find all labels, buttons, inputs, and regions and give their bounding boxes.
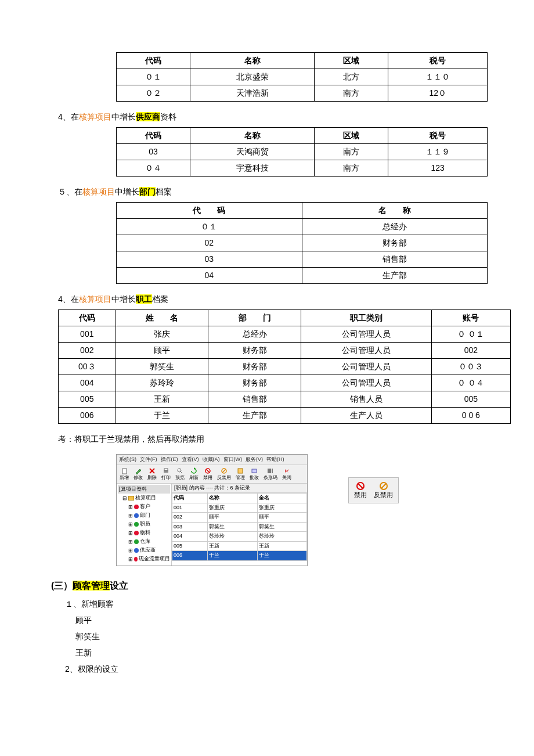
supplier-table: 代码名称区域税号 03天鸿商贸南方１１９０４宇意科技南方123 [116, 127, 488, 177]
table-row: 03天鸿商贸南方１１９ [117, 144, 488, 160]
tree-item[interactable]: ⊞ 仓库 [118, 537, 170, 546]
menu-item[interactable]: 帮助(H) [266, 456, 284, 463]
table-header: 名 称 [302, 203, 488, 219]
forbid-icon [204, 467, 211, 474]
table-header: 姓 名 [116, 310, 208, 326]
tree-item[interactable]: ⊞ 部门 [118, 511, 170, 520]
app-screenshot: 系统(S)文件(F)操作(E)查看(V)收藏(A)窗口(W)服务(V)帮助(H)… [116, 454, 308, 566]
unforbid-button[interactable]: 反禁用 [215, 467, 233, 481]
manage-button[interactable]: 管理 [234, 467, 247, 481]
toolbar-label: 打印 [161, 474, 171, 481]
table-row: 005王新销售部销售人员005 [59, 391, 511, 408]
edit-button[interactable]: 修改 [132, 467, 145, 481]
svg-line-18 [358, 484, 363, 488]
grid-cell: 004 [172, 532, 208, 542]
unforbid-icon [221, 467, 228, 474]
batch-button[interactable]: 批改 [248, 467, 261, 481]
customer-table: 代码名称区域税号 ０１北京盛荣北方１１００２天津浩新南方12０ [116, 52, 488, 102]
table-cell: 销售人员 [301, 391, 432, 408]
tree-item[interactable]: ⊞ 职员 [118, 520, 170, 528]
table-cell: 南方 [315, 160, 388, 177]
table-cell: 005 [59, 391, 116, 408]
menu-item[interactable]: 服务(V) [246, 456, 263, 463]
section-supplier-title: 4、在核算项目中增长供应商资料 [58, 112, 476, 123]
employee-grid: 代码名称全名 001张重庆张重庆002顾平顾平003郭笑生郭笑生004苏玲玲苏玲… [172, 493, 307, 561]
menu-item[interactable]: 收藏(A) [203, 456, 220, 463]
grid-cell: 005 [172, 541, 208, 551]
table-header: 代码 [117, 53, 190, 69]
grid-row[interactable]: 001张重庆张重庆 [172, 503, 307, 513]
barcode-button[interactable]: 条形码 [262, 467, 279, 481]
table-header: 账号 [431, 310, 510, 326]
forbid-button[interactable]: 禁用 [201, 467, 214, 481]
tree-item[interactable]: ⊞ 客户 [118, 502, 170, 511]
employee-table: 代码姓 名部 门职工类别账号 001张庆总经办公司管理人员０ ０１002顾平财务… [58, 309, 511, 424]
print-icon [163, 467, 169, 474]
item-permission: 2、权限的设立 [65, 664, 476, 675]
del-icon [149, 467, 156, 474]
grid-row[interactable]: 002顾平顾平 [172, 513, 307, 523]
toolbar-label: 删除 [147, 474, 157, 481]
unforbid-button[interactable]: 反禁用 [371, 480, 396, 501]
table-cell: 123 [388, 160, 488, 177]
close-button[interactable]: 关闭 [280, 467, 293, 481]
menu-item[interactable]: 窗口(W) [223, 456, 243, 463]
grid-row[interactable]: 004苏玲玲苏玲玲 [172, 532, 307, 542]
grid-cell: 顾平 [208, 513, 257, 523]
grid-cell: 001 [172, 503, 208, 513]
table-cell: 总经办 [208, 326, 301, 343]
menu-item[interactable]: 文件(F) [140, 456, 157, 463]
print-button[interactable]: 打印 [160, 467, 172, 481]
small-toolbar: 禁用 反禁用 [348, 477, 399, 503]
tree-item[interactable]: ⊞ 物料 [118, 528, 170, 537]
grid-header: 代码 [172, 494, 208, 503]
grid-cell: 郭笑生 [257, 522, 306, 532]
tree-panel: [算项目资料 ⊟ 核算项目 ⊞ 客户⊞ 部门⊞ 职员⊞ 物料⊞ 仓库⊞ 供应商⊞… [117, 484, 172, 566]
table-header: 名称 [190, 53, 315, 69]
forbid-button[interactable]: 禁用 [351, 480, 370, 501]
table-cell: 财务部 [302, 235, 488, 251]
preview-button[interactable]: 预览 [174, 467, 186, 481]
table-cell: ０１ [117, 219, 302, 235]
table-cell: １１９ [388, 144, 488, 160]
table-cell: 宇意科技 [190, 160, 315, 177]
grid-cell: 003 [172, 522, 208, 532]
tree-dot-icon [134, 557, 138, 561]
tree-item[interactable]: ⊞ 现金流量项目 [118, 555, 170, 563]
refresh-button[interactable]: 刷新 [187, 467, 200, 481]
table-row: 02财务部 [117, 235, 488, 251]
grid-cell: 王新 [208, 541, 257, 551]
section-employee-title: 4、在核算项目中增长职工档案 [58, 294, 476, 305]
grid-row[interactable]: 003郭笑生郭笑生 [172, 522, 307, 532]
table-header: 代 码 [117, 203, 302, 219]
grid-cell: 于兰 [208, 551, 257, 561]
table-cell: ０ ０１ [431, 326, 510, 343]
new-icon [121, 467, 128, 474]
table-cell: 00３ [59, 359, 116, 375]
grid-header: 名称 [208, 494, 257, 503]
table-cell: 财务部 [208, 343, 301, 359]
menu-item[interactable]: 系统(S) [119, 456, 136, 463]
grid-panel: [职员] 的内容 ---- 共计：6 条记录 代码名称全名 001张重庆张重庆0… [172, 484, 307, 566]
table-cell: 002 [431, 343, 510, 359]
table-cell: 公司管理人员 [301, 343, 432, 359]
svg-rect-4 [164, 469, 168, 470]
table-cell: 苏玲玲 [116, 375, 208, 391]
new-button[interactable]: 新增 [118, 467, 131, 481]
tree-item[interactable]: ⊞ 供应商 [118, 546, 170, 555]
grid-row[interactable]: 006于兰于兰 [172, 551, 307, 561]
menu-item[interactable]: 操作(E) [161, 456, 178, 463]
table-cell: 公司管理人员 [301, 359, 432, 375]
menu-item[interactable]: 查看(V) [182, 456, 199, 463]
tree-root[interactable]: ⊟ 核算项目 [118, 494, 170, 502]
svg-rect-0 [122, 469, 127, 474]
del-button[interactable]: 删除 [146, 467, 158, 481]
grid-row[interactable]: 005王新王新 [172, 541, 307, 551]
table-cell: 于兰 [116, 408, 208, 424]
table-cell: １１０ [388, 69, 488, 85]
table-header: 名称 [190, 128, 315, 144]
table-cell: 02 [117, 235, 302, 251]
table-cell: 销售部 [208, 391, 301, 408]
table-header: 税号 [388, 128, 488, 144]
table-cell: ０２ [117, 85, 190, 102]
